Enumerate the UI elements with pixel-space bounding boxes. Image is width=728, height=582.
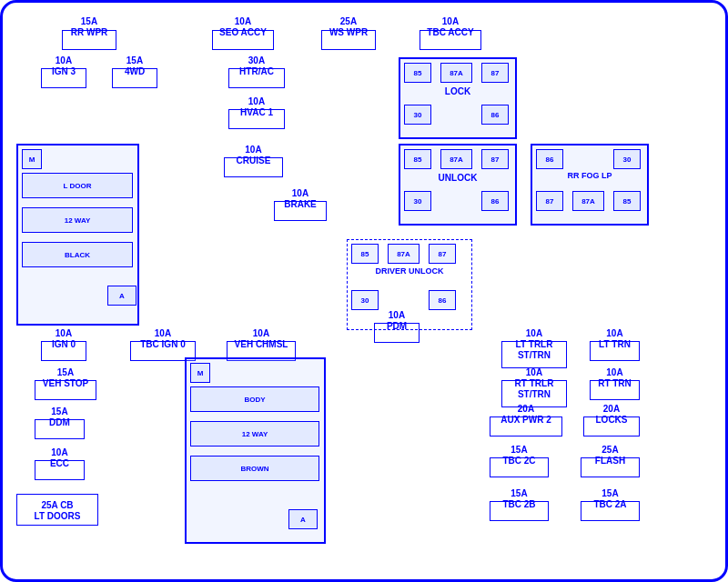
relay-rrfoglp-30: 30: [613, 149, 641, 169]
label-htrac: 30AHTR/AC: [228, 55, 285, 77]
label-tbc-accy: 10ATBC ACCY: [420, 16, 481, 38]
relay-du-30: 30: [351, 290, 379, 310]
connector-ldoor: M L DOOR 12 WAY BLACK A: [16, 144, 139, 326]
conn-body-a: A: [288, 509, 318, 529]
relay-du-label: DRIVER UNLOCK: [348, 266, 471, 276]
label-vehstop: 15AVEH STOP: [35, 367, 96, 389]
label-rttrn: 10ART TRN: [590, 367, 640, 389]
label-vehchmsl: 10AVEH CHMSL: [227, 328, 296, 350]
relay-lock-label: LOCK: [400, 86, 515, 96]
label-cruise: 10ACRUISE: [224, 145, 283, 166]
relay-lock-30: 30: [404, 105, 431, 125]
label-hvac1: 10AHVAC 1: [228, 96, 285, 118]
label-4wd: 15A4WD: [112, 55, 157, 77]
label-ign0: 10AIGN 0: [41, 328, 86, 350]
label-tbcign0: 10ATBC IGN 0: [130, 328, 196, 350]
label-tbc2c: 15ATBC 2C: [490, 445, 549, 467]
label-ign3: 10AIGN 3: [41, 55, 86, 77]
fuse-diagram: 15ARR WPR 10ASEO ACCY 25AWS WPR 10ATBC A…: [0, 0, 728, 582]
relay-lock-87a: 87A: [440, 63, 472, 83]
label-tbc2b: 15ATBC 2B: [490, 488, 549, 510]
conn-body: BODY: [190, 386, 319, 412]
label-locks: 20ALOCKS: [583, 404, 640, 426]
relay-rrfoglp-label: RR FOG LP: [532, 171, 647, 180]
label-lttrn: 10ALT TRN: [590, 328, 640, 350]
relay-rrfoglp-group: 86 30 RR FOG LP 87 87A 85: [531, 144, 649, 226]
relay-unlock-87a: 87A: [440, 149, 472, 169]
conn-m: M: [22, 149, 42, 169]
label-ws-wpr: 25AWS WPR: [321, 16, 376, 38]
relay-unlock-30: 30: [404, 191, 431, 211]
label-seo-accy: 10ASEO ACCY: [212, 16, 274, 38]
relay-unlock-85: 85: [404, 149, 431, 169]
relay-lock-85: 85: [404, 63, 431, 83]
relay-rrfoglp-85: 85: [613, 191, 641, 211]
relay-du-86: 86: [429, 290, 456, 310]
label-ddm: 15ADDM: [35, 406, 85, 428]
relay-lock-87: 87: [481, 63, 509, 83]
relay-rrfoglp-87: 87: [536, 191, 563, 211]
connector-body: M BODY 12 WAY BROWN A: [185, 357, 326, 544]
conn-ldoor: L DOOR: [22, 173, 133, 198]
conn-a: A: [107, 286, 136, 306]
conn-body-m: M: [190, 363, 210, 383]
relay-unlock-label: UNLOCK: [400, 173, 515, 183]
conn-12way: 12 WAY: [22, 207, 133, 233]
conn-brown: BROWN: [190, 456, 319, 481]
relay-du-87: 87: [429, 244, 456, 264]
label-auxpwr2: 20AAUX PWR 2: [490, 404, 562, 426]
relay-rrfoglp-87a: 87A: [572, 191, 604, 211]
relay-rrfoglp-86: 86: [536, 149, 563, 169]
relay-du-85: 85: [351, 244, 379, 264]
relay-lock-86: 86: [481, 105, 509, 125]
conn-black: BLACK: [22, 242, 133, 267]
label-lttrlr: 10ALT TRLRST/TRN: [501, 328, 567, 361]
label-cbltdoors: 25A CBLT DOORS: [16, 500, 98, 522]
conn-body-12way: 12 WAY: [190, 421, 319, 447]
label-ecc: 10AECC: [35, 447, 85, 469]
relay-lock-group: 85 87A 87 LOCK 30 86: [399, 57, 517, 139]
label-flash: 25AFLASH: [581, 445, 640, 467]
label-rttrlr: 10ART TRLRST/TRN: [501, 367, 567, 400]
relay-unlock-87: 87: [481, 149, 509, 169]
label-rr-wpr: 15ARR WPR: [62, 16, 116, 38]
label-pdm: 10APDM: [374, 310, 420, 332]
relay-du-87a: 87A: [388, 244, 420, 264]
label-brake: 10ABRAKE: [274, 188, 327, 210]
label-tbc2a: 15ATBC 2A: [581, 488, 640, 510]
relay-unlock-group: 85 87A 87 UNLOCK 30 86: [399, 144, 517, 226]
relay-unlock-86: 86: [481, 191, 509, 211]
